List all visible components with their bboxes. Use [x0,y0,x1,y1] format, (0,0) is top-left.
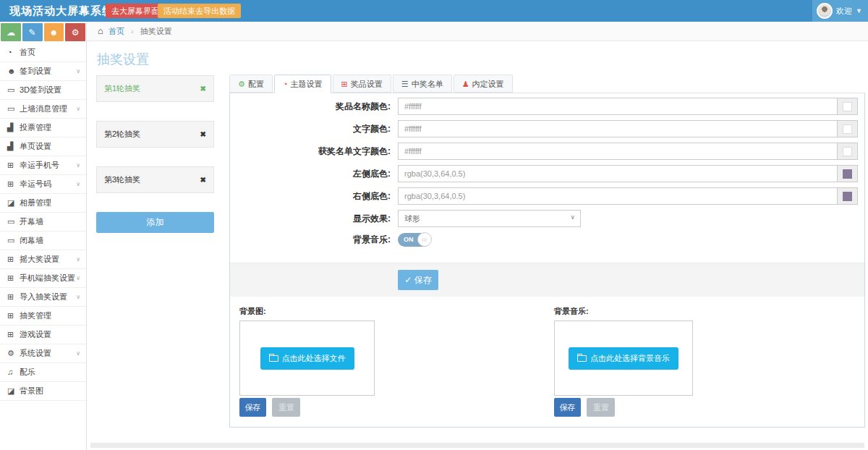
sidebar-item[interactable]: ▭上墙消息管理 ∨ [0,100,86,119]
tab-gift[interactable]: ⊞奖品设置 [333,75,391,93]
gears-icon-button[interactable]: ⚙ [65,23,85,41]
user-icon: ♟ [462,80,469,88]
comment-icon-button[interactable]: ☁ [1,23,21,41]
chevron-down-icon: ∨ [76,175,80,193]
sidebar-item[interactable]: ⊞幸运号码 ∨ [0,175,86,194]
export-data-button[interactable]: 活动结束去导出数据 [158,4,241,18]
breadcrumb-home-link[interactable]: 首页 [109,27,124,35]
close-icon[interactable]: ✖ [200,176,206,184]
chevron-down-icon: ∨ [76,344,80,362]
sidebar-item[interactable]: ⊞导入抽奖设置 ∨ [0,288,86,307]
gear-icon: ⚙ [238,80,245,88]
color-input[interactable] [398,120,838,137]
breadcrumb-separator: › [131,27,134,35]
background-music-toggle[interactable]: ON ||| [398,233,431,247]
color-input[interactable] [398,98,838,115]
chevron-down-icon: ∨ [76,288,80,306]
upload-save-button[interactable]: 保存 [239,398,266,417]
upload-reset-button[interactable]: 重置 [272,398,300,417]
sidebar-item[interactable]: ◪相册管理 ∨ [0,194,86,213]
color-picker-addon[interactable] [838,165,858,182]
app-header: 现场活动大屏幕系统 去大屏幕界面 活动结束去导出数据 欢迎 ▼ [0,0,868,22]
settings-panel: ⚙配置 ◔主题设置 ⊞奖品设置 ☰中奖名单 ♟内定设置 奖品名称颜色: 文字颜色… [229,75,865,428]
color-picker-addon[interactable] [838,143,858,160]
desktop-icon: ▭ [7,81,20,99]
round-card[interactable]: 第2轮抽奖 ✖ [96,121,214,148]
color-input[interactable] [398,143,838,160]
sidebar-item[interactable]: ▭3D签到设置 ∨ [0,81,86,100]
gift-icon: ⊞ [7,269,20,287]
sidebar-item[interactable]: ⊞幸运手机号 ∨ [0,156,86,175]
upload-save-button[interactable]: 保存 [554,398,581,417]
list-icon: ☰ [401,80,409,88]
users-icon-button[interactable]: ☻ [44,23,64,41]
chevron-down-icon: ∨ [76,62,80,80]
folder-icon [269,355,278,362]
color-input[interactable] [398,187,838,205]
sidebar-item[interactable]: ▭闭幕墙 ∨ [0,232,86,250]
sidebar: ☁✎☻⚙ ◔首页 ∨ ☻签到设置 ∨ ▭3D签到设置 ∨ ▭上墙消息管理 ∨ ▟… [0,22,87,450]
round-card[interactable]: 第3轮抽奖 ✖ [96,166,214,193]
upload-dropzone[interactable]: 点击此处选择背景音乐 [554,320,693,396]
music-icon: ♫ [7,363,20,381]
upload-reset-button[interactable]: 重置 [587,398,615,417]
sidebar-item[interactable]: ⊞抽奖管理 ∨ [0,307,86,326]
image-icon: ◪ [7,194,20,212]
pencil-icon-button[interactable]: ✎ [22,23,43,41]
page-title: 抽奖设置 [97,51,149,68]
color-picker-addon[interactable] [838,98,858,115]
form-row: 奖品名称颜色: [230,98,864,115]
tab-user[interactable]: ♟内定设置 [454,75,513,93]
gift-icon: ⊞ [7,326,20,344]
gift-icon: ⊞ [7,250,20,268]
choose-file-button[interactable]: 点击此处选择背景音乐 [569,347,678,370]
close-icon[interactable]: ✖ [200,130,206,138]
form-row: 文字颜色: [230,120,864,137]
form-row: 获奖名单文字颜色: [230,143,864,160]
chevron-down-icon: ∨ [76,250,80,268]
home-icon: ⌂ [98,25,103,36]
tab-list[interactable]: ☰中奖名单 [393,75,452,93]
color-picker-addon[interactable] [838,187,858,205]
sidebar-item[interactable]: ◪背景图 ∨ [0,382,86,401]
goto-big-screen-button[interactable]: 去大屏幕界面 [106,4,165,18]
toggle-knob: ||| [417,232,432,247]
upload-sections: 背景图: 点击此处选择文件 保存 重置 背景音乐: 点击此处选择背景音乐 保存 [230,306,864,417]
display-effect-select[interactable]: 球形 [398,210,581,227]
upload-section: 背景音乐: 点击此处选择背景音乐 保存 重置 [554,306,693,417]
sidebar-item[interactable]: ⊞游戏设置 ∨ [0,326,86,344]
footer-divider [90,443,864,448]
user-menu[interactable]: 欢迎 ▼ [812,0,868,22]
form-row: 右侧底色: [230,187,864,205]
save-button[interactable]: ✓ 保存 [398,270,438,290]
round-card[interactable]: 第1轮抽奖 ✖ [96,75,214,102]
color-input[interactable] [398,165,838,182]
app-title: 现场活动大屏幕系统 [9,0,114,22]
sidebar-item[interactable]: ▟单页设置 ∨ [0,137,86,156]
sidebar-item[interactable]: ◔首页 ∨ [0,43,86,62]
close-icon[interactable]: ✖ [200,85,206,93]
color-picker-addon[interactable] [838,120,858,137]
sidebar-item[interactable]: ▟投票管理 ∨ [0,119,86,137]
users-icon: ☻ [7,62,20,80]
sidebar-item[interactable]: ⊞手机端抽奖设置 ∨ [0,269,86,288]
sidebar-item[interactable]: ♫配乐 ∨ [0,363,86,382]
desktop-icon: ▭ [7,100,20,118]
sidebar-item[interactable]: ⚙系统设置 ∨ [0,344,86,363]
tab-gear[interactable]: ⚙配置 [229,75,273,93]
gift-icon: ⊞ [7,175,20,193]
sidebar-item[interactable]: ⊞摇大奖设置 ∨ [0,250,86,269]
choose-file-button[interactable]: 点击此处选择文件 [260,347,354,370]
add-round-button[interactable]: 添加 [96,212,214,233]
chevron-down-icon: ▼ [856,7,862,14]
desktop-icon: ▭ [7,213,20,231]
upload-dropzone[interactable]: 点击此处选择文件 [239,320,375,396]
theme-settings-form: 奖品名称颜色: 文字颜色: 获奖名单文字颜色: 左侧底色: [230,93,864,297]
chevron-down-icon: ∨ [76,269,80,287]
tab-dashboard[interactable]: ◔主题设置 [274,75,331,93]
quick-icon-bar: ☁✎☻⚙ [0,22,86,43]
form-row: 背景音乐: ON ||| [230,233,864,247]
sidebar-item[interactable]: ☻签到设置 ∨ [0,62,86,81]
sidebar-item[interactable]: ▭开幕墙 ∨ [0,213,86,232]
tab-content: 奖品名称颜色: 文字颜色: 获奖名单文字颜色: 左侧底色: [229,93,865,428]
